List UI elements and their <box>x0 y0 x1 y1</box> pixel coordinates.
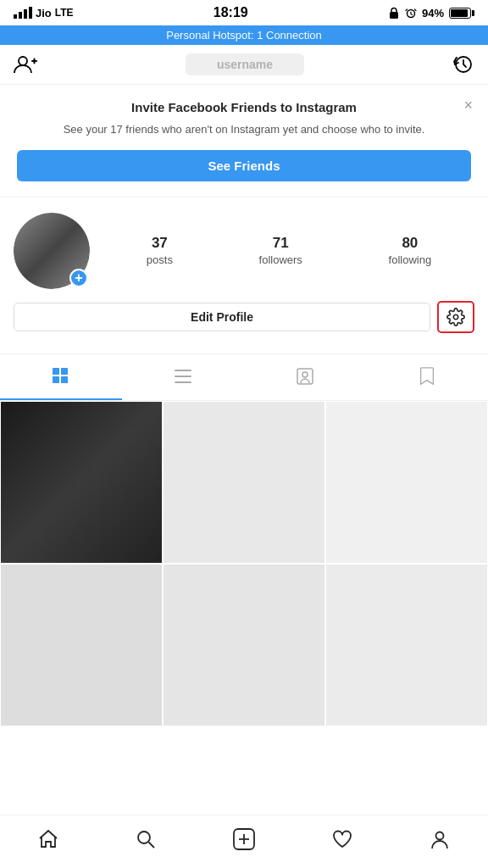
following-label: following <box>389 253 432 266</box>
fb-banner-title: Invite Facebook Friends to Instagram <box>17 100 471 114</box>
signal-icon <box>14 7 32 19</box>
tab-grid[interactable] <box>0 354 122 400</box>
gear-icon <box>446 308 465 326</box>
svg-rect-0 <box>390 12 398 19</box>
bottom-nav-home[interactable] <box>20 825 76 854</box>
status-left: Jio LTE <box>14 7 74 19</box>
tab-tagged[interactable] <box>244 354 366 400</box>
add-friend-button[interactable] <box>14 54 37 75</box>
bottom-nav-search[interactable] <box>118 825 174 854</box>
profile-icon <box>429 828 451 850</box>
carrier-label: Jio <box>36 7 52 19</box>
content-tabs <box>0 353 488 401</box>
svg-rect-12 <box>175 376 191 377</box>
svg-rect-14 <box>297 369 313 384</box>
following-stat[interactable]: 80 following <box>389 235 432 266</box>
status-right: 94% <box>388 7 474 19</box>
network-type: LTE <box>55 7 74 19</box>
avatar-add-button[interactable]: + <box>69 269 88 287</box>
following-count: 80 <box>402 235 418 252</box>
username-area[interactable]: username <box>37 53 452 75</box>
status-time: 18:19 <box>214 5 248 20</box>
svg-rect-7 <box>53 368 59 375</box>
profile-top: + 37 posts 71 followers 80 following <box>14 213 474 289</box>
svg-point-16 <box>138 832 150 843</box>
tab-saved[interactable] <box>366 354 488 400</box>
list-icon <box>173 366 193 387</box>
photo-cell[interactable] <box>163 564 325 726</box>
svg-rect-9 <box>53 376 59 383</box>
followers-count: 71 <box>273 235 289 252</box>
avatar-wrapper: + <box>14 213 90 289</box>
lock-icon <box>388 7 400 19</box>
svg-point-6 <box>453 314 458 320</box>
svg-point-21 <box>435 832 443 840</box>
photo-cell[interactable] <box>0 401 163 564</box>
svg-point-15 <box>302 372 308 377</box>
home-icon <box>37 828 59 850</box>
add-person-icon <box>14 54 37 75</box>
status-bar: Jio LTE 18:19 94% <box>0 0 488 25</box>
posts-count: 37 <box>152 235 168 252</box>
fb-invite-banner: × Invite Facebook Friends to Instagram S… <box>0 85 488 198</box>
heart-icon <box>331 828 353 850</box>
username-display[interactable]: username <box>186 53 304 75</box>
posts-label: posts <box>147 253 173 266</box>
photo-cell[interactable] <box>325 401 488 564</box>
alarm-icon <box>405 7 417 19</box>
profile-stats: 37 posts 71 followers 80 following <box>103 235 474 266</box>
edit-profile-button[interactable]: Edit Profile <box>14 303 430 331</box>
posts-stat[interactable]: 37 posts <box>147 235 173 266</box>
svg-rect-10 <box>61 376 68 383</box>
bottom-nav-activity[interactable] <box>314 825 370 854</box>
grid-icon <box>51 366 71 387</box>
svg-rect-11 <box>175 370 191 371</box>
followers-label: followers <box>259 253 302 266</box>
svg-point-2 <box>19 57 27 65</box>
profile-section: + 37 posts 71 followers 80 following Edi… <box>0 198 488 342</box>
followers-stat[interactable]: 71 followers <box>259 235 302 266</box>
photo-cell[interactable] <box>325 564 488 726</box>
fb-banner-close-button[interactable]: × <box>463 97 473 114</box>
add-icon <box>232 827 256 851</box>
svg-rect-13 <box>175 381 191 383</box>
bottom-nav <box>0 815 488 868</box>
battery-icon <box>449 8 474 19</box>
photo-cell[interactable] <box>0 564 163 726</box>
fb-banner-description: See your 17 friends who aren't on Instag… <box>17 121 471 138</box>
bookmark-icon <box>418 366 436 387</box>
top-nav: username <box>0 45 488 85</box>
see-friends-button[interactable]: See Friends <box>17 150 471 181</box>
tab-list[interactable] <box>122 354 244 400</box>
person-tag-icon <box>295 366 315 387</box>
history-icon <box>452 53 474 75</box>
bottom-nav-add[interactable] <box>215 824 273 854</box>
photo-grid <box>0 401 488 786</box>
profile-actions: Edit Profile <box>14 301 474 333</box>
photo-cell[interactable] <box>163 401 325 564</box>
history-button[interactable] <box>452 53 474 75</box>
settings-button[interactable] <box>437 301 474 333</box>
battery-percent: 94% <box>422 7 444 19</box>
hotspot-bar: Personal Hotspot: 1 Connection <box>0 25 488 45</box>
search-icon <box>135 828 157 850</box>
svg-line-17 <box>149 843 155 849</box>
bottom-nav-profile[interactable] <box>412 825 468 854</box>
svg-rect-8 <box>61 368 68 375</box>
